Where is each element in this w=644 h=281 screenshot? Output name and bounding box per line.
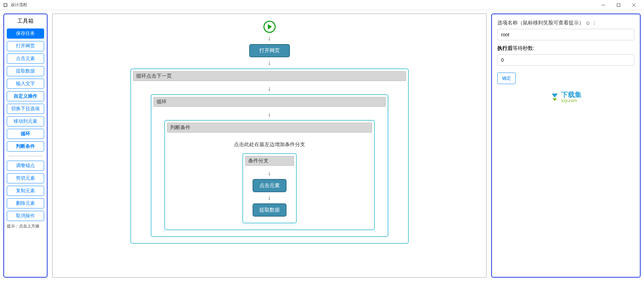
download-arrow-icon: [550, 92, 559, 101]
canvas-area: ↓ 打开网页 ↓ 循环点击下一页 ↓ 循环 ↓ 判断条件 点击此处在最左边增加条…: [52, 14, 486, 278]
option-name-input[interactable]: [497, 29, 634, 40]
open-page-button[interactable]: 打开网页: [7, 41, 44, 51]
window-title: 设计流程: [11, 2, 595, 8]
loop-header[interactable]: 循环点击下一页: [133, 71, 406, 81]
input-text-button[interactable]: 输入文字: [7, 79, 44, 89]
toolbox-divider: [9, 156, 42, 156]
arrow-icon: ↓: [268, 35, 271, 42]
titlebar: 设计流程: [0, 0, 644, 10]
svg-marker-7: [552, 98, 557, 101]
add-branch-hint[interactable]: 点击此处在最左边增加条件分支: [234, 141, 305, 148]
extract-data-button[interactable]: 提取数据: [7, 66, 44, 76]
svg-point-1: [4, 4, 6, 6]
app-icon: [3, 2, 8, 8]
arrow-icon: ↓: [268, 170, 271, 177]
close-button[interactable]: [626, 0, 641, 10]
adjust-anchor-button[interactable]: 调整锚点: [7, 161, 44, 171]
wait-seconds-input[interactable]: [497, 54, 634, 66]
cut-element-button[interactable]: 剪切元素: [7, 173, 44, 183]
branch-header[interactable]: 条件分支: [245, 156, 294, 166]
arrow-icon: ↓: [268, 59, 271, 66]
wait-seconds-label: 执行后等待秒数:: [497, 45, 634, 52]
arrow-icon: ↓: [268, 111, 271, 118]
cancel-action-button[interactable]: 取消操作: [7, 211, 44, 221]
condition-button[interactable]: 判断条件: [7, 141, 44, 152]
loop-inner-node[interactable]: 循环 ↓ 判断条件 点击此处在最左边增加条件分支 条件分支 ↓ 点击元素 ↓ 提…: [151, 94, 388, 237]
loop-button[interactable]: 循环: [7, 129, 44, 139]
confirm-button[interactable]: 确定: [497, 73, 516, 84]
window-controls: [595, 0, 641, 10]
click-element-button[interactable]: 点击元素: [7, 54, 44, 64]
canvas-scroll[interactable]: ↓ 打开网页 ↓ 循环点击下一页 ↓ 循环 ↓ 判断条件 点击此处在最左边增加条…: [53, 14, 486, 277]
main-layout: 工具箱 保存任务 打开网页 点击元素 提取数据 输入文字 自定义操作 切换下拉选…: [0, 10, 644, 281]
play-icon: [268, 24, 272, 29]
start-node[interactable]: [263, 21, 276, 33]
watermark: 下载集 xzji.com: [550, 90, 582, 103]
condition-header[interactable]: 判断条件: [167, 123, 372, 133]
flow-root: ↓ 打开网页 ↓ 循环点击下一页 ↓ 循环 ↓ 判断条件 点击此处在最左边增加条…: [59, 21, 479, 244]
copy-element-button[interactable]: 复制元素: [7, 186, 44, 196]
open-page-node[interactable]: 打开网页: [249, 44, 290, 57]
smiley-icon[interactable]: ☺: [585, 20, 590, 26]
move-to-element-button[interactable]: 移动到元素: [7, 116, 44, 126]
toolbox-title: 工具箱: [17, 18, 34, 25]
option-name-label: 选项名称（鼠标移到笑脸可查看提示） ☺ ：: [497, 20, 634, 26]
svg-marker-6: [552, 94, 558, 98]
custom-action-button[interactable]: 自定义操作: [7, 91, 44, 101]
colon: ：: [592, 20, 597, 26]
watermark-text-col: 下载集 xzji.com: [561, 90, 582, 103]
loop-inner-header[interactable]: 循环: [153, 97, 386, 107]
condition-node[interactable]: 判断条件 点击此处在最左边增加条件分支 条件分支 ↓ 点击元素 ↓ 提取数据: [164, 120, 375, 230]
wait-label-bold: 执行后: [497, 45, 513, 51]
switch-dropdown-button[interactable]: 切换下拉选项: [7, 104, 44, 114]
toolbox-hint: 提示：点击上方操: [7, 223, 39, 229]
save-task-button[interactable]: 保存任务: [7, 28, 44, 39]
arrow-icon: ↓: [268, 85, 271, 92]
loop-next-page-node[interactable]: 循环点击下一页 ↓ 循环 ↓ 判断条件 点击此处在最左边增加条件分支 条件分支 …: [130, 68, 409, 244]
wait-label-rest: 等待秒数:: [513, 45, 534, 51]
properties-panel: 选项名称（鼠标移到笑脸可查看提示） ☺ ： 执行后等待秒数: 确定 下载集 xz…: [491, 14, 641, 278]
delete-element-button[interactable]: 删除元素: [7, 198, 44, 208]
arrow-icon: ↓: [268, 194, 271, 201]
option-name-label-text: 选项名称（鼠标移到笑脸可查看提示）: [497, 20, 584, 26]
maximize-button[interactable]: [611, 0, 626, 10]
toolbox: 工具箱 保存任务 打开网页 点击元素 提取数据 输入文字 自定义操作 切换下拉选…: [3, 14, 48, 278]
svg-rect-3: [617, 3, 620, 6]
extract-data-node[interactable]: 提取数据: [253, 203, 287, 217]
minimize-button[interactable]: [595, 0, 611, 10]
branch-node[interactable]: 条件分支 ↓ 点击元素 ↓ 提取数据: [242, 153, 297, 223]
click-element-node[interactable]: 点击元素: [253, 179, 287, 192]
